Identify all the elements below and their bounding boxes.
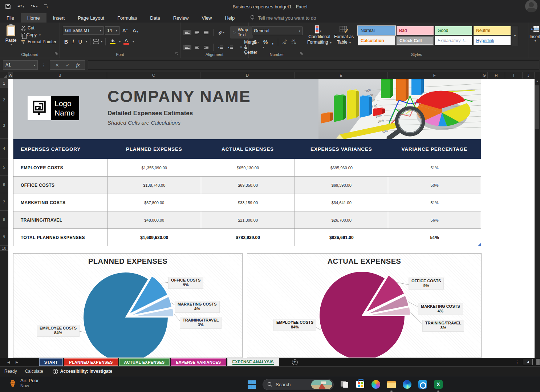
increase-decimal-button[interactable]: ←.0.00 (281, 39, 287, 45)
format-painter-button[interactable]: Format Painter (21, 39, 56, 44)
fill-color-button[interactable] (109, 38, 117, 45)
row-header-1[interactable]: 1 (0, 79, 8, 88)
format-as-table-button[interactable]: Format as Table ▾ (334, 23, 354, 45)
copy-dropdown-icon[interactable]: ▾ (39, 33, 41, 37)
font-color-button[interactable]: A (122, 38, 130, 45)
column-header-d[interactable]: D (200, 72, 295, 79)
sheet-tab-start[interactable]: START (39, 358, 63, 366)
name-box[interactable]: A1▾ (3, 60, 38, 70)
ribbon-tab-formulas[interactable]: Formulas (111, 13, 143, 23)
style-calculation[interactable]: Calculation (358, 36, 395, 45)
cell-variance[interactable]: $695,960.00 (295, 159, 388, 176)
ribbon-tab-data[interactable]: Data (143, 13, 166, 23)
fill-dropdown-icon[interactable]: ▾ (119, 40, 121, 43)
select-all-corner[interactable] (0, 72, 8, 79)
cell-category[interactable]: TRAINING/TRAVEL (13, 211, 107, 229)
comma-button[interactable]: , (271, 39, 275, 46)
row-header-10[interactable]: 10 (0, 246, 8, 251)
cell-planned[interactable]: $138,740.00 (107, 177, 201, 194)
cell-planned[interactable]: $67,800.00 (107, 194, 201, 211)
cell-pct[interactable]: 56% (388, 211, 481, 229)
align-middle-button[interactable] (193, 30, 201, 35)
row-header-2[interactable]: 2 (0, 88, 8, 112)
tab-scroll-left-icon[interactable]: ◀ (7, 360, 10, 364)
table-row-employee-costs[interactable]: EMPLOYEE COSTS$1,355,090.00$659,130.00$6… (13, 159, 481, 176)
cell-planned[interactable]: $48,000.00 (107, 211, 201, 229)
number-dialog-launcher[interactable] (300, 50, 303, 57)
italic-button[interactable]: I (71, 38, 76, 45)
row-header-4[interactable]: 4 (0, 139, 8, 158)
cell-variance[interactable]: $26,700.00 (295, 211, 388, 229)
cell-category[interactable]: TOTAL PLANNED EXPENSES (13, 229, 107, 246)
table-row-total[interactable]: TOTAL PLANNED EXPENSES$1,609,630.00$782,… (13, 229, 481, 246)
namebox-splitter[interactable]: ⋮ (41, 62, 46, 68)
number-format-select[interactable]: General▾ (252, 27, 303, 35)
column-header-j[interactable]: J (523, 72, 535, 79)
cell-variance[interactable]: $69,390.00 (295, 177, 388, 194)
file-explorer-button[interactable] (387, 380, 396, 389)
align-bottom-button[interactable] (202, 30, 210, 35)
copy-button[interactable]: Copy ▾ (21, 32, 56, 37)
formula-input[interactable] (88, 60, 539, 70)
microsoft-store-button[interactable] (356, 380, 365, 389)
font-family-select[interactable]: Gill Sans MT▾ (63, 26, 103, 35)
font-size-select[interactable]: 14▾ (105, 26, 119, 35)
underline-dropdown-icon[interactable]: ▾ (86, 40, 87, 43)
accessibility-status[interactable]: Accessibility: Investigate (53, 369, 112, 374)
ribbon-tab-view[interactable]: View (195, 13, 218, 23)
cancel-icon[interactable]: ✕ (55, 62, 59, 68)
cell-planned[interactable]: $1,609,630.00 (107, 229, 201, 246)
cell-category[interactable]: EMPLOYEE COSTS (13, 159, 107, 176)
cell-pct[interactable]: 51% (388, 159, 481, 176)
task-view-button[interactable] (340, 380, 349, 389)
sheet-tab-expense-analysis[interactable]: EXPENSE ANALYSIS (227, 358, 279, 366)
style-normal[interactable]: Normal (358, 26, 395, 35)
clipboard-dialog-launcher[interactable] (54, 50, 58, 57)
cell-pct[interactable]: 51% (388, 229, 481, 246)
add-sheet-button[interactable]: + (292, 359, 298, 365)
decrease-decimal-button[interactable]: .00→.0 (291, 39, 296, 45)
horizontal-scroll-left[interactable]: ◀ (523, 359, 533, 365)
table-row-office-costs[interactable]: OFFICE COSTS$138,740.00$69,350.00$69,390… (13, 176, 481, 194)
sheet-tab-expense-variances[interactable]: EXPENSE VARIANCES (171, 358, 226, 366)
row-header-8[interactable]: 8 (0, 211, 8, 228)
status-calculate[interactable]: Calculate (25, 369, 43, 374)
column-header-e[interactable]: E (295, 72, 388, 79)
bold-button[interactable]: B (63, 38, 69, 45)
orientation-button[interactable]: ab▾ (216, 29, 226, 35)
alignment-dialog-launcher[interactable] (243, 50, 247, 57)
align-center-button[interactable] (193, 45, 201, 50)
cell-category[interactable]: OFFICE COSTS (13, 177, 107, 194)
style-hyperlink[interactable]: Hyperlink (473, 36, 511, 45)
column-header-f[interactable]: F (388, 72, 481, 79)
ribbon-tab-file[interactable]: File (0, 13, 21, 23)
table-row-training-travel[interactable]: TRAINING/TRAVEL$48,000.00$21,300.00$26,7… (13, 211, 481, 229)
ribbon-tab-home[interactable]: Home (21, 13, 46, 23)
copilot-button[interactable] (371, 380, 381, 389)
decrease-indent-button[interactable] (216, 45, 225, 50)
enter-icon[interactable]: ✓ (66, 62, 70, 68)
cell-variance[interactable]: $34,641.00 (295, 194, 388, 211)
align-left-button[interactable] (183, 45, 191, 50)
borders-dropdown-icon[interactable]: ▾ (101, 40, 102, 43)
decrease-font-button[interactable]: A▼ (131, 27, 140, 34)
row-header-9[interactable]: 9 (0, 228, 8, 246)
sheet-tab-actual-expenses[interactable]: ACTUAL EXPENSES (119, 358, 170, 366)
paste-button[interactable]: Paste ▾ (3, 25, 19, 52)
currency-button[interactable]: $▾ (252, 39, 260, 46)
ribbon-tab-page-layout[interactable]: Page Layout (71, 13, 111, 23)
tell-me-box[interactable]: Tell me what you want to do (250, 13, 316, 23)
taskbar-search[interactable]: Search (263, 379, 334, 390)
align-top-button[interactable] (183, 30, 191, 35)
row-header-6[interactable]: 6 (0, 176, 8, 193)
style-check-cell[interactable]: Check Cell (396, 36, 434, 45)
weather-widget[interactable]: Air: Poor Now (9, 378, 39, 388)
column-header-b[interactable]: B (13, 72, 107, 79)
font-color-dropdown-icon[interactable]: ▾ (133, 40, 134, 43)
column-header-i[interactable]: I (505, 72, 523, 79)
font-dialog-launcher[interactable] (175, 50, 179, 57)
style-explanatory-t[interactable]: Explanatory T... (435, 36, 472, 45)
cell-actual[interactable]: $659,130.00 (201, 159, 295, 176)
cell-pct[interactable]: 51% (388, 194, 481, 211)
column-header-a[interactable]: A (8, 72, 13, 79)
